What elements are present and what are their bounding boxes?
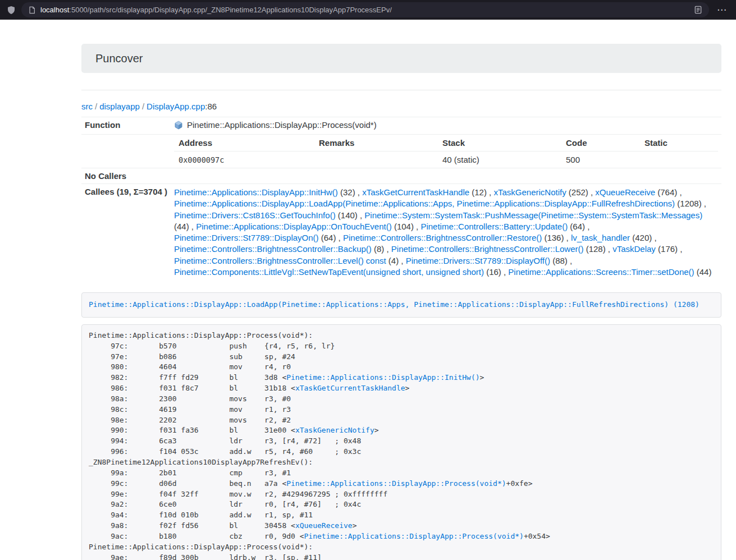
column-header-static: Static [640, 135, 718, 152]
page-info-icon[interactable] [28, 6, 36, 14]
no-callers-row: No Callers [81, 168, 721, 184]
metrics-row: Address Remarks Stack Code Static 0x0000… [81, 135, 721, 168]
app-header: Puncover [81, 44, 721, 73]
breadcrumb: src/displayapp/DisplayApp.cpp:86 [81, 102, 721, 111]
address-value: 0x0000097c [174, 152, 314, 168]
disassembly-symbol-link[interactable]: Pinetime::Applications::DisplayApp::Proc… [304, 532, 524, 540]
function-icon [174, 121, 183, 131]
callee-link[interactable]: Pinetime::Applications::Screens::Timer::… [508, 267, 694, 277]
selected-symbol-card: Pinetime::Applications::DisplayApp::Load… [81, 292, 721, 318]
function-row-label: Function [81, 117, 171, 135]
breadcrumb-item-file[interactable]: DisplayApp.cpp [147, 102, 205, 111]
callee-link[interactable]: xTaskGenericNotify [493, 187, 566, 197]
shield-icon[interactable] [7, 6, 16, 15]
url-bar[interactable]: localhost:5000/path/src/displayapp/Displ… [21, 2, 709, 17]
metrics-values-row: 0x0000097c 40 (static) 500 [174, 152, 718, 168]
breadcrumb-separator: / [140, 102, 147, 111]
function-name: Pinetime::Applications::DisplayApp::Proc… [187, 120, 377, 130]
callees-label: Callees (19, Σ=3704 ) [81, 184, 171, 281]
breadcrumb-item-src[interactable]: src [81, 102, 93, 111]
column-header-address: Address [174, 135, 314, 152]
disassembly-symbol-link[interactable]: Pinetime::Applications::DisplayApp::Init… [286, 373, 479, 382]
callees-row: Callees (19, Σ=3704 ) Pinetime::Applicat… [81, 184, 721, 281]
disassembly-block: Pinetime::Applications::DisplayApp::Proc… [81, 324, 721, 560]
static-value [640, 152, 718, 168]
callee-link[interactable]: xTaskGetCurrentTaskHandle [362, 187, 469, 197]
code-size-value: 500 [561, 152, 640, 168]
callee-link[interactable]: Pinetime::Applications::DisplayApp::OnTo… [196, 222, 392, 231]
callees-cell: Pinetime::Applications::DisplayApp::Init… [171, 184, 721, 281]
callee-link[interactable]: Pinetime::Applications::DisplayApp::Init… [174, 187, 338, 197]
breadcrumb-item-displayapp[interactable]: displayapp [99, 102, 140, 111]
no-callers-label: No Callers [81, 168, 171, 184]
callee-link[interactable]: Pinetime::Controllers::BrightnessControl… [391, 244, 584, 254]
metrics-table: Address Remarks Stack Code Static 0x0000… [174, 135, 718, 168]
callee-link[interactable]: Pinetime::Drivers::Cst816S::GetTouchInfo… [174, 210, 336, 220]
url-text: localhost:5000/path/src/displayapp/Displ… [40, 6, 392, 14]
breadcrumb-line-number: :86 [205, 102, 217, 111]
function-row: Function Pinetime::Applications::Display… [81, 117, 721, 135]
url-path: :5000/path/src/displayapp/DisplayApp.cpp… [69, 6, 392, 14]
reader-view-icon[interactable] [694, 6, 702, 14]
disassembly-symbol-link[interactable]: xTaskGetCurrentTaskHandle [295, 384, 405, 392]
disassembly-symbol-link[interactable]: xQueueReceive [295, 521, 353, 530]
function-detail-table: Function Pinetime::Applications::Display… [81, 117, 721, 281]
function-name-cell: Pinetime::Applications::DisplayApp::Proc… [171, 117, 721, 135]
callee-link[interactable]: lv_task_handler [571, 233, 630, 242]
remarks-value [314, 152, 438, 168]
callee-link[interactable]: Pinetime::Controllers::Battery::Update() [420, 222, 568, 231]
callee-link[interactable]: Pinetime::Applications::DisplayApp::Load… [174, 199, 675, 208]
callee-link[interactable]: xQueueReceive [595, 187, 655, 197]
disassembly-symbol-link[interactable]: Pinetime::Applications::DisplayApp::Proc… [286, 479, 506, 488]
disassembly-symbol-link[interactable]: xTaskGenericNotify [295, 426, 374, 434]
column-header-remarks: Remarks [314, 135, 438, 152]
callee-link[interactable]: Pinetime::Controllers::BrightnessControl… [343, 233, 542, 242]
url-host: localhost [40, 6, 69, 14]
breadcrumb-separator: / [93, 102, 99, 111]
more-menu-icon[interactable]: ⋯ [715, 5, 729, 15]
page-title: Puncover [95, 52, 707, 65]
callee-link[interactable]: Pinetime::Drivers::St7789::DisplayOff() [406, 256, 550, 265]
callee-link[interactable]: Pinetime::Drivers::St7789::DisplayOn() [174, 233, 319, 242]
column-header-code: Code [561, 135, 640, 152]
stack-value: 40 (static) [438, 152, 561, 168]
selected-symbol-link[interactable]: Pinetime::Applications::DisplayApp::Load… [89, 300, 700, 309]
column-header-stack: Stack [438, 135, 561, 152]
callee-link[interactable]: Pinetime::System::SystemTask::PushMessag… [364, 210, 702, 220]
page-container: Puncover src/displayapp/DisplayApp.cpp:8… [81, 44, 721, 560]
callee-link[interactable]: Pinetime::Controllers::BrightnessControl… [174, 244, 372, 254]
callee-link[interactable]: Pinetime::Controllers::BrightnessControl… [174, 256, 386, 265]
divider [81, 90, 721, 90]
callee-link[interactable]: Pinetime::Components::LittleVgl::SetNewT… [174, 267, 484, 277]
browser-toolbar: localhost:5000/path/src/displayapp/Displ… [0, 0, 736, 20]
callee-link[interactable]: vTaskDelay [612, 244, 656, 254]
